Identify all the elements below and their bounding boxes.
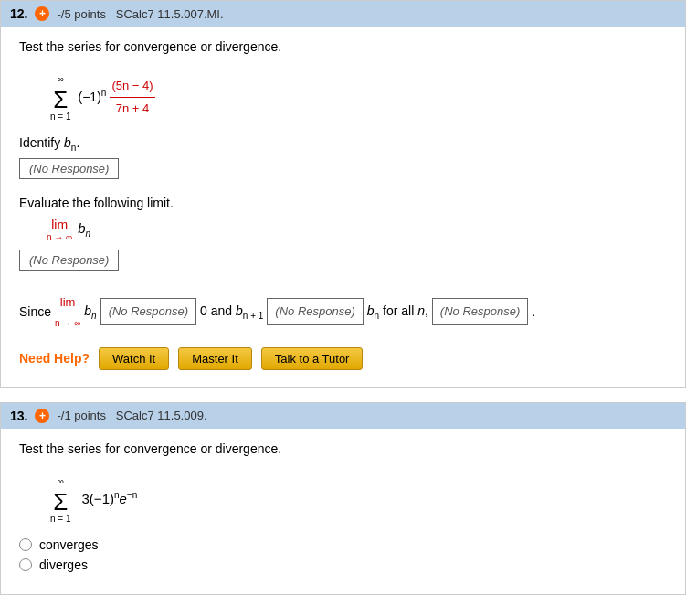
question-13-header: 13. + -/1 points SCalc7 11.5.009. — [1, 403, 685, 429]
option-converges[interactable]: converges — [19, 537, 667, 552]
question-12-body: Test the series for convergence or diver… — [1, 27, 685, 387]
question-13-number: 13. — [10, 409, 27, 423]
plus-icon-12[interactable]: + — [35, 6, 49, 21]
need-help-label: Need Help? — [19, 351, 90, 366]
series-formula-12: ∞ Σ n = 1 (−1)n (5n − 4) 7n + 4 — [47, 65, 667, 122]
radio-diverges[interactable] — [19, 558, 32, 571]
question-12-text: Test the series for convergence or diver… — [19, 39, 667, 54]
since-response-3[interactable]: (No Response) — [432, 298, 528, 325]
question-13-body: Test the series for convergence or diver… — [1, 429, 685, 594]
watch-it-button[interactable]: Watch It — [99, 347, 169, 370]
question-13: 13. + -/1 points SCalc7 11.5.009. Test t… — [0, 402, 686, 595]
sigma-expression: ∞ Σ n = 1 (−1)n (5n − 4) 7n + 4 — [47, 71, 155, 122]
question-12: 12. + -/5 points SCalc7 11.5.007.MI. Tes… — [0, 0, 686, 388]
limit-symbol: lim n → ∞ — [47, 218, 72, 242]
series-term-13: 3(−1)ne−n — [82, 486, 138, 511]
since-response-1[interactable]: (No Response) — [100, 298, 196, 325]
converges-label: converges — [39, 537, 99, 552]
since-limit-symbol: lim n → ∞ — [55, 291, 80, 333]
master-it-button[interactable]: Master It — [178, 347, 252, 370]
talk-to-tutor-button[interactable]: Talk to a Tutor — [261, 347, 364, 370]
series-fraction: (5n − 4) 7n + 4 — [110, 75, 154, 119]
sigma-expression-13: ∞ Σ n = 1 3(−1)ne−n — [47, 473, 137, 525]
question-13-text: Test the series for convergence or diver… — [19, 441, 667, 456]
sigma-symbol: ∞ Σ n = 1 — [50, 71, 71, 122]
diverges-label: diverges — [39, 558, 88, 572]
limit-response-box[interactable]: (No Response) — [19, 250, 119, 271]
since-response-2[interactable]: (No Response) — [267, 298, 363, 325]
since-statement: Since lim n → ∞ bn (No Response) 0 and b… — [19, 291, 667, 333]
plus-icon-13[interactable]: + — [35, 409, 49, 423]
need-help-section: Need Help? Watch It Master It Talk to a … — [19, 347, 667, 370]
question-12-number: 12. — [10, 6, 27, 21]
limit-variable: bn — [78, 220, 90, 239]
identify-response-box[interactable]: (No Response) — [19, 158, 119, 179]
limit-expression: lim n → ∞ bn — [47, 218, 667, 242]
option-diverges[interactable]: diverges — [19, 558, 667, 572]
question-12-points: -/5 points SCalc7 11.5.007.MI. — [57, 7, 223, 21]
series-term: (−1)n — [79, 85, 107, 109]
question-12-header: 12. + -/5 points SCalc7 11.5.007.MI. — [1, 1, 685, 27]
question-13-points: -/1 points SCalc7 11.5.009. — [57, 409, 206, 422]
identify-label: Identify bn. — [19, 135, 667, 153]
radio-converges[interactable] — [19, 538, 32, 551]
series-formula-13: ∞ Σ n = 1 3(−1)ne−n — [47, 467, 667, 525]
sigma-symbol-13: ∞ Σ n = 1 — [50, 473, 71, 525]
evaluate-label: Evaluate the following limit. — [19, 196, 667, 210]
